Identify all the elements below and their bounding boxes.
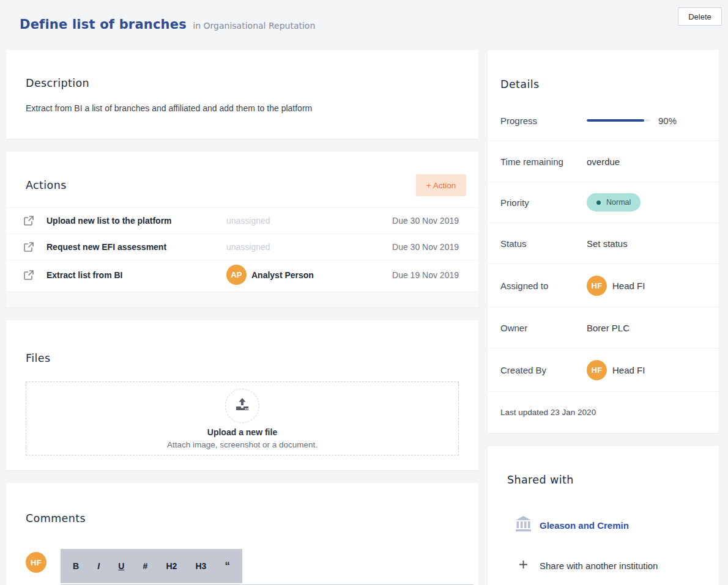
upload-circle: [225, 389, 259, 423]
heading-button[interactable]: #: [143, 561, 148, 571]
blockquote-button[interactable]: “: [225, 563, 231, 569]
shared-institution-link[interactable]: Gleason and Cremin: [540, 520, 629, 531]
last-updated-text: Last updated 23 Jan 2020: [500, 408, 596, 417]
shared-with-card: Shared with Gleason and Cremin Share wit…: [488, 446, 719, 585]
created-by-value: HF Head FI: [587, 360, 645, 380]
action-assignee: unassigned: [226, 242, 367, 252]
progress-fill: [587, 119, 644, 122]
upload-icon: [234, 397, 250, 415]
description-text: Extract from BI a list of branches and a…: [26, 103, 459, 113]
share-with-another-label[interactable]: Share with another institution: [540, 561, 658, 571]
status-label: Status: [500, 238, 587, 249]
action-assignee: AP Analyst Person: [226, 265, 367, 285]
assigned-to-label: Assigned to: [500, 281, 587, 291]
italic-button[interactable]: I: [97, 561, 100, 571]
avatar: HF: [26, 552, 46, 573]
files-heading: Files: [26, 352, 459, 364]
progress-row: Progress 90%: [488, 100, 719, 141]
underline-button[interactable]: U: [118, 561, 124, 571]
assigned-to-row: Assigned to HF Head FI: [488, 264, 719, 307]
left-column: Description Extract from BI a list of br…: [6, 50, 478, 585]
assigned-to-value: HF Head FI: [587, 276, 645, 296]
description-card: Description Extract from BI a list of br…: [6, 50, 478, 139]
progress-value: 90%: [587, 116, 677, 126]
progress-label: Progress: [500, 116, 587, 126]
details-heading-wrap: Details: [488, 50, 719, 100]
title-wrap: Define list of branches in Organisationa…: [20, 17, 315, 32]
actions-card: Actions + Action Upload new list to the …: [6, 152, 478, 307]
action-due-date: Due 30 Nov 2019: [367, 242, 459, 252]
page-title: Define list of branches: [20, 17, 187, 32]
h3-button[interactable]: H3: [195, 561, 206, 571]
time-remaining-value: overdue: [587, 156, 620, 167]
action-row[interactable]: Request new EFI assessment unassigned Du…: [6, 234, 478, 260]
action-row[interactable]: Upload new list to the platform unassign…: [6, 207, 478, 234]
owner-value: Borer PLC: [587, 323, 630, 333]
details-heading: Details: [500, 78, 707, 90]
comment-editor: B I U # H2 H3 “: [61, 549, 474, 585]
bold-button[interactable]: B: [73, 561, 79, 571]
upload-subtitle: Attach image, screenshot or a document.: [167, 440, 318, 449]
upload-title: Upload a new file: [207, 427, 277, 437]
owner-row: Owner Borer PLC: [488, 307, 719, 348]
editor-toolbar: B I U # H2 H3 “: [61, 549, 242, 583]
time-remaining-label: Time remaining: [500, 156, 587, 167]
avatar: HF: [587, 276, 607, 296]
plus-icon[interactable]: [519, 560, 528, 572]
action-due-date: Due 30 Nov 2019: [367, 216, 459, 226]
plus-icon-wrap: [507, 560, 540, 572]
institution-icon-wrap: [507, 515, 540, 535]
shared-with-heading: Shared with: [507, 474, 699, 486]
set-status-control[interactable]: Set status: [587, 238, 628, 249]
created-by-name: Head FI: [612, 365, 645, 375]
external-link-icon[interactable]: [23, 241, 34, 252]
action-assignee: unassigned: [226, 216, 367, 226]
file-dropzone[interactable]: Upload a new file Attach image, screensh…: [26, 381, 459, 455]
actions-heading: Actions: [26, 179, 67, 191]
action-title: Upload new list to the platform: [46, 216, 226, 226]
comments-heading: Comments: [26, 512, 459, 524]
description-heading: Description: [26, 77, 459, 89]
progress-bar: [587, 119, 650, 122]
actions-footer: [6, 292, 478, 307]
priority-label: Priority: [500, 197, 587, 208]
last-updated-row: Last updated 23 Jan 2020: [488, 392, 719, 433]
comments-card: Comments HF B I U # H2 H3 “: [6, 483, 478, 585]
page-header: Define list of branches in Organisationa…: [0, 0, 728, 50]
progress-percent: 90%: [658, 116, 677, 126]
h2-button[interactable]: H2: [166, 561, 177, 571]
action-title: Extract list from BI: [46, 270, 226, 280]
external-link-icon[interactable]: [23, 270, 34, 281]
details-card: Details Progress 90% Time remaining over…: [488, 50, 719, 433]
page-subtitle: in Organisational Reputation: [193, 21, 315, 31]
action-row[interactable]: Extract list from BI AP Analyst Person D…: [6, 260, 478, 289]
share-with-another-item[interactable]: Share with another institution: [507, 560, 699, 572]
actions-header: Actions + Action: [6, 152, 478, 207]
avatar: AP: [226, 265, 247, 285]
priority-dot-icon: [596, 201, 601, 205]
add-action-button[interactable]: + Action: [416, 174, 466, 196]
priority-pill[interactable]: Normal: [587, 193, 641, 212]
status-row: Status Set status: [488, 223, 719, 264]
priority-value: Normal: [587, 193, 641, 212]
created-by-row: Created By HF Head FI: [488, 348, 719, 392]
assignee-name: Analyst Person: [251, 270, 314, 280]
comment-composer: HF B I U # H2 H3 “: [26, 549, 459, 585]
external-link-icon[interactable]: [23, 215, 34, 226]
time-remaining-row: Time remaining overdue: [488, 141, 719, 182]
action-due-date: Due 19 Nov 2019: [367, 270, 459, 280]
owner-label: Owner: [500, 323, 587, 333]
bank-icon: [514, 515, 532, 535]
avatar: HF: [587, 360, 607, 380]
assigned-to-name: Head FI: [612, 281, 645, 291]
action-title: Request new EFI assessment: [46, 242, 226, 252]
right-column: Details Progress 90% Time remaining over…: [488, 50, 719, 585]
files-card: Files Upload a new file Attach image, sc…: [6, 320, 478, 470]
content-columns: Description Extract from BI a list of br…: [0, 50, 728, 585]
delete-button[interactable]: Delete: [678, 7, 722, 26]
created-by-label: Created By: [500, 365, 587, 375]
priority-row: Priority Normal: [488, 182, 719, 223]
shared-institution-item[interactable]: Gleason and Cremin: [507, 515, 699, 535]
priority-text: Normal: [606, 198, 631, 207]
